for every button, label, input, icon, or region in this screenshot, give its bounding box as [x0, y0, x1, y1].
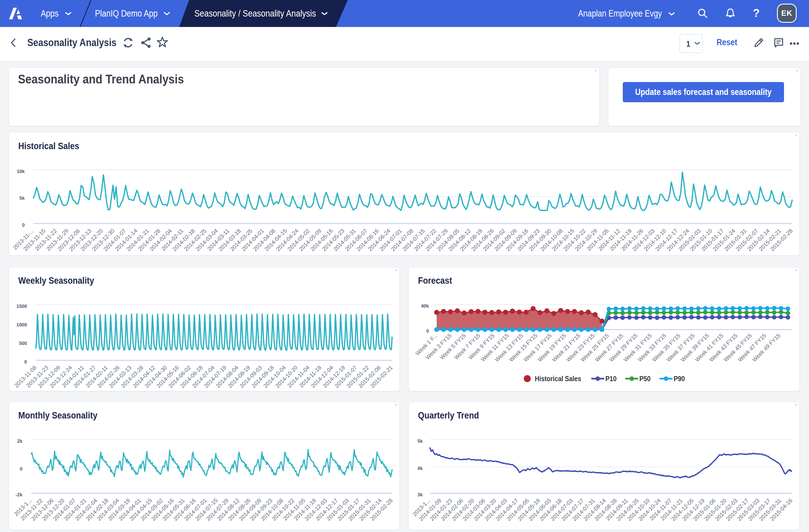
svg-text:0: 0 — [24, 359, 27, 365]
svg-text:0: 0 — [426, 328, 429, 334]
svg-text:10k: 10k — [17, 169, 25, 174]
svg-text:500: 500 — [19, 341, 27, 346]
svg-text:P50: P50 — [639, 374, 651, 383]
svg-text:-2k: -2k — [15, 492, 22, 497]
svg-text:40k: 40k — [421, 303, 429, 309]
svg-text:5k: 5k — [19, 195, 25, 201]
svg-text:0: 0 — [22, 222, 25, 228]
svg-text:Historical Sales: Historical Sales — [535, 374, 581, 383]
svg-text:1500: 1500 — [16, 304, 27, 309]
svg-text:2k: 2k — [17, 439, 22, 444]
svg-text:P10: P10 — [605, 374, 617, 383]
svg-text:1000: 1000 — [16, 322, 27, 327]
svg-text:0: 0 — [20, 466, 22, 471]
svg-text:3k: 3k — [417, 492, 423, 497]
svg-text:P90: P90 — [674, 374, 685, 383]
svg-text:4k: 4k — [417, 466, 423, 471]
svg-text:5k: 5k — [417, 439, 423, 444]
